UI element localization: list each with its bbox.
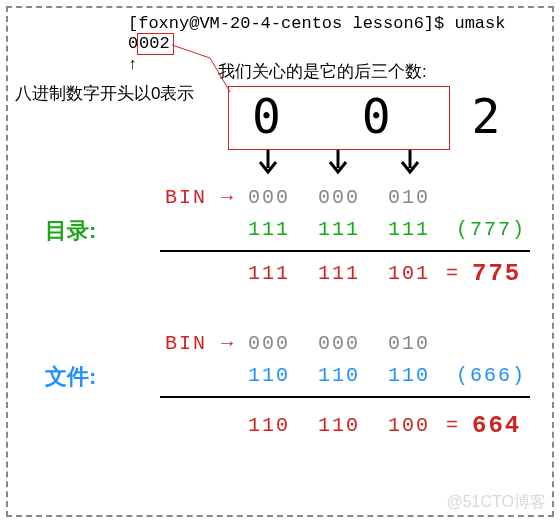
dir-eq: = <box>446 262 460 285</box>
bin1-b: 000 <box>318 186 360 209</box>
arrow-down-icon <box>326 150 350 180</box>
dir-a: 111 <box>248 218 290 241</box>
bin2-b: 000 <box>318 332 360 355</box>
watermark: @51CTO博客 <box>446 492 546 513</box>
bin2-a: 000 <box>248 332 290 355</box>
arrow-down-icon <box>256 150 280 180</box>
file-paren: (666) <box>456 364 526 387</box>
file-result-b: 110 <box>318 414 360 437</box>
bin2-c: 010 <box>388 332 430 355</box>
dir-result: 775 <box>472 260 521 287</box>
file-c: 110 <box>388 364 430 387</box>
dir-result-a: 111 <box>248 262 290 285</box>
dir-b: 111 <box>318 218 360 241</box>
dir-result-c: 101 <box>388 262 430 285</box>
dir-divider <box>160 250 530 252</box>
file-divider <box>160 396 530 398</box>
bin1-c: 010 <box>388 186 430 209</box>
dir-c: 111 <box>388 218 430 241</box>
dir-label: 目录: <box>45 216 96 246</box>
bin1-a: 000 <box>248 186 290 209</box>
bin-label-2: BIN → <box>165 332 235 355</box>
arrow-down-icon <box>398 150 422 180</box>
file-label: 文件: <box>45 362 96 392</box>
file-result-a: 110 <box>248 414 290 437</box>
bin-label: BIN → <box>165 186 235 209</box>
file-b: 110 <box>318 364 360 387</box>
dir-result-b: 111 <box>318 262 360 285</box>
file-a: 110 <box>248 364 290 387</box>
big-digits: 0 0 2 <box>252 88 527 144</box>
file-result: 664 <box>472 412 521 439</box>
dir-paren: (777) <box>456 218 526 241</box>
file-result-c: 100 <box>388 414 430 437</box>
file-eq: = <box>446 414 460 437</box>
